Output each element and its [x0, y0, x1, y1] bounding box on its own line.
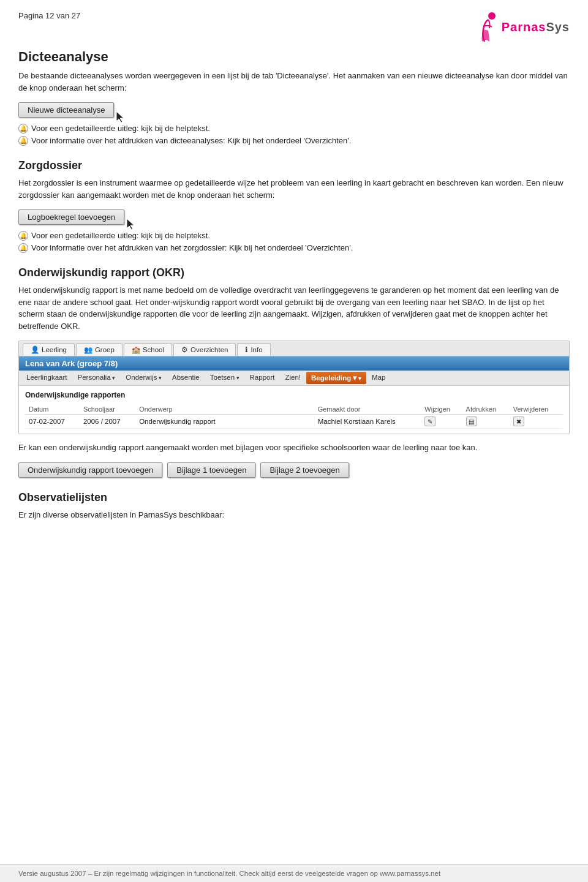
- cell-verwijderen[interactable]: ✖: [510, 415, 563, 429]
- ui-section-title: Onderwijskundige rapporten: [25, 391, 563, 399]
- table-row: 07-02-2007 2006 / 2007 Onderwijskundig r…: [25, 415, 563, 429]
- col-spacer: [241, 404, 314, 415]
- okr-para2: Er kan een onderwijskundig rapport aange…: [18, 442, 570, 454]
- col-gemaakt-door: Gemaakt door: [314, 404, 421, 415]
- tab-groep[interactable]: 👥 Groep: [76, 343, 123, 356]
- cursor-icon-2: [126, 217, 137, 231]
- school-icon: 🏫: [132, 345, 140, 354]
- cursor-icon: [115, 110, 126, 124]
- tab-leerling[interactable]: 👤 Leerling: [23, 343, 75, 356]
- bijlage1-button[interactable]: Bijlage 1 toevoegen: [167, 462, 255, 478]
- tab-info[interactable]: ℹ Info: [237, 343, 270, 356]
- info-icon-4: 🔔: [18, 243, 28, 253]
- bijlage2-button[interactable]: Bijlage 2 toevoegen: [260, 462, 349, 478]
- wijzigen-icon[interactable]: ✎: [424, 417, 435, 426]
- cell-gemaakt-door: Machiel Korstiaan Karels: [314, 415, 421, 429]
- cell-schooljaar: 2006 / 2007: [80, 415, 135, 429]
- menu-leerlingkaart[interactable]: Leerlingkaart: [21, 372, 72, 384]
- verwijderen-icon[interactable]: ✖: [513, 417, 524, 426]
- ui-title-bar: Lena van Ark (groep 7/8): [19, 356, 569, 371]
- svg-marker-2: [127, 219, 134, 230]
- col-onderwerp: Onderwerp: [135, 404, 240, 415]
- okr-toevoegen-button[interactable]: Onderwijskundig rapport toevoegen: [18, 462, 162, 478]
- menu-map[interactable]: Map: [367, 372, 390, 384]
- logo: ParnasSys: [470, 11, 570, 43]
- cell-spacer: [241, 415, 314, 429]
- info-icon-3: 🔔: [18, 231, 28, 241]
- col-afdrukken: Afdrukken: [462, 404, 510, 415]
- cell-datum: 07-02-2007: [25, 415, 80, 429]
- col-wijzigen: Wijzigen: [421, 404, 462, 415]
- groep-icon: 👥: [84, 345, 92, 354]
- menu-onderwijs[interactable]: Onderwijs: [121, 372, 167, 384]
- ui-menu-bar: Leerlingkaart Personalia Onderwijs Absen…: [19, 371, 569, 386]
- tab-overzichten[interactable]: ⚙ Overzichten: [173, 343, 236, 356]
- info-tab-icon: ℹ: [245, 345, 248, 354]
- zorgdossier-para1: Het zorgdossier is een instrument waarme…: [18, 177, 570, 201]
- col-schooljaar: Schooljaar: [80, 404, 135, 415]
- info-icon-2: 🔔: [18, 136, 28, 146]
- dicteeanalyse-info2: 🔔 Voor informatie over het afdrukken van…: [18, 136, 570, 146]
- menu-toetsen[interactable]: Toetsen: [205, 372, 244, 384]
- svg-marker-1: [116, 111, 124, 123]
- section-title-dicteeanalyse: Dicteeanalyse: [18, 49, 570, 65]
- ui-content: Onderwijskundige rapporten Datum Schoolj…: [19, 386, 569, 434]
- okr-buttons-row: Onderwijskundig rapport toevoegen Bijlag…: [18, 462, 570, 478]
- info-icon-1: 🔔: [18, 124, 28, 134]
- zorgdossier-info1: 🔔 Voor een gedetailleerde uitleg: kijk b…: [18, 231, 570, 241]
- section-title-okr: Onderwijskundig rapport (OKR): [18, 266, 570, 279]
- section-title-zorgdossier: Zorgdossier: [18, 159, 570, 172]
- afdrukken-icon[interactable]: ▤: [466, 417, 477, 426]
- menu-personalia[interactable]: Personalia: [72, 372, 120, 384]
- nieuwe-dicteeanalyse-button-area: Nieuwe dicteeanalyse: [18, 102, 570, 118]
- cell-afdrukken[interactable]: ▤: [462, 415, 510, 429]
- page-number: Pagina 12 van 27: [18, 11, 80, 20]
- ui-nav-tabs: 👤 Leerling 👥 Groep 🏫 School ⚙ Overzichte…: [19, 341, 569, 356]
- logboekregel-button-area: Logboekregel toevoegen: [18, 209, 570, 225]
- footer: Versie augustus 2007 – Er zijn regelmati…: [0, 864, 588, 882]
- section-title-observatielijsten: Observatielijsten: [18, 491, 570, 504]
- col-datum: Datum: [25, 404, 80, 415]
- overzichten-icon: ⚙: [181, 345, 188, 354]
- footer-text: Versie augustus 2007 – Er zijn regelmati…: [18, 870, 440, 877]
- tab-school[interactable]: 🏫 School: [124, 343, 172, 356]
- menu-rapport[interactable]: Rapport: [245, 372, 280, 384]
- observatielijsten-para1: Er zijn diverse observatielijsten in Par…: [18, 509, 570, 521]
- leerling-icon: 👤: [31, 345, 39, 354]
- dicteeanalyse-para1: De bestaande dicteeanalyses worden weerg…: [18, 70, 570, 94]
- menu-absentie[interactable]: Absentie: [167, 372, 205, 384]
- okr-para1: Het onderwijskundig rapport is met name …: [18, 284, 570, 332]
- menu-begeleiding[interactable]: Begeleiding ▾: [306, 372, 366, 384]
- okr-table: Datum Schooljaar Onderwerp Gemaakt door …: [25, 404, 563, 429]
- logboekregel-button[interactable]: Logboekregel toevoegen: [18, 209, 124, 225]
- okr-ui-screenshot: 👤 Leerling 👥 Groep 🏫 School ⚙ Overzichte…: [18, 341, 570, 434]
- cell-wijzigen[interactable]: ✎: [421, 415, 462, 429]
- col-verwijderen: Verwijderen: [510, 404, 563, 415]
- cell-onderwerp: Onderwijskundig rapport: [135, 415, 240, 429]
- dicteeanalyse-info1: 🔔 Voor een gedetailleerde uitleg: kijk b…: [18, 124, 570, 134]
- nieuwe-dicteeanalyse-button[interactable]: Nieuwe dicteeanalyse: [18, 102, 114, 118]
- svg-point-0: [488, 12, 496, 20]
- menu-zien[interactable]: Zien!: [280, 372, 306, 384]
- zorgdossier-info2: 🔔 Voor informatie over het afdrukken van…: [18, 243, 570, 253]
